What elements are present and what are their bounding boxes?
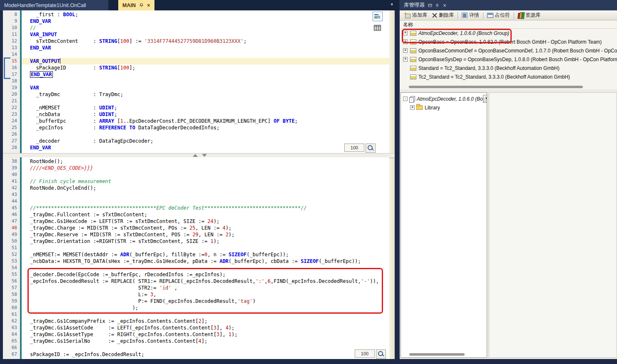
code-line[interactable]: 15VAR_OUTPUT	[3, 58, 389, 64]
window-menu-icon[interactable]	[428, 3, 432, 7]
tree-horizontal-scrollbar[interactable]	[409, 353, 465, 356]
code-line[interactable]: 47_trayDmc.Gs1HexCode := LEFT(STR := sTx…	[3, 218, 389, 225]
expand-expander[interactable]: +	[410, 105, 415, 110]
library-row[interactable]: +OpconBaseCommonDef = OpconBaseCommonDef…	[400, 46, 617, 55]
code-line[interactable]: 8 _first : BOOL;	[3, 11, 389, 18]
line-number: 64	[3, 331, 20, 338]
code-line[interactable]: 11VAR_INPUT	[3, 31, 389, 38]
line-number: 13	[3, 45, 20, 51]
tab-modehandlertemplate1unit-oncall[interactable]: ModeHandlerTemplate1Unit.OnCall	[0, 0, 108, 10]
code-line[interactable]: 68	[3, 358, 389, 359]
code-line[interactable]: 9END_VAR	[3, 18, 389, 25]
document-tab-bar: ModeHandlerTemplate1Unit.OnCall MAIN × ▾	[0, 0, 399, 10]
code-line[interactable]: 53_ncbData:= HEXSTR_TO_DATA(sHex :=_tray…	[3, 258, 389, 265]
list-horizontal-scrollbar[interactable]	[409, 86, 583, 88]
code-line[interactable]: 49_trayDmc.Reserve := MID(STR := sTxtDmc…	[3, 231, 389, 238]
close-icon[interactable]: ×	[443, 2, 446, 8]
library-dropdown-button[interactable]: ▼	[483, 95, 487, 103]
close-icon[interactable]: ×	[147, 2, 150, 8]
code-line[interactable]: 17END_VAR	[3, 71, 389, 78]
line-number: 68	[3, 358, 20, 359]
library-icon	[410, 66, 416, 71]
code-line[interactable]: 21	[3, 98, 389, 104]
implementation-pane[interactable]: 38RootNode();39////<END_OES_CODE>}}}4041…	[3, 157, 389, 359]
code-line[interactable]: 42RootNode.OnCycleEnd();	[3, 185, 389, 191]
declaration-pane[interactable]: 8 _first : BOOL;9END_VAR10//11VAR_INPUT1…	[3, 10, 389, 153]
zoom-level-declaration[interactable]: 100	[344, 144, 364, 152]
code-line[interactable]: 38RootNode();	[3, 158, 389, 165]
code-line[interactable]: 45//************************************…	[3, 205, 389, 211]
expand-expander[interactable]: +	[403, 57, 408, 62]
toolbar-button-label: 删除库	[439, 12, 454, 19]
add-library-button[interactable]: 添加库	[401, 11, 430, 20]
zoom-level-implementation[interactable]: 100	[355, 349, 375, 358]
magnifier-button[interactable]	[366, 144, 376, 153]
code-line[interactable]: 26	[3, 131, 389, 138]
toolbar-button-label: 占位符	[495, 12, 510, 19]
code-line[interactable]: 50_trayDmc.Orientation :=RIGHT(STR := sT…	[3, 238, 389, 245]
code-line[interactable]: 18	[3, 78, 389, 84]
code-line[interactable]: 64_trayDmc.Gs1AssetType := RIGHT(_epcInf…	[3, 331, 389, 338]
placeholder-button[interactable]: 占位符	[485, 11, 513, 20]
collapse-expander[interactable]: -	[403, 97, 408, 101]
code-line[interactable]: 67sPackageID := _epcInfos.DecodedResult;	[3, 351, 389, 358]
code-line[interactable]: 44	[3, 198, 389, 205]
delete-library-button[interactable]: 删除库	[430, 11, 456, 20]
code-line[interactable]: 23 _ncbData : UDINT;	[3, 111, 389, 118]
code-line[interactable]: 41// Finish cycle measurement	[3, 178, 389, 185]
expand-expander[interactable]: +	[403, 48, 408, 53]
code-line[interactable]: 22 _nMEMSET : UDINT;	[3, 104, 389, 111]
line-number: 57	[3, 285, 20, 291]
fold-bracket	[4, 57, 10, 79]
code-line[interactable]: 13END_VAR	[3, 45, 389, 51]
code-line[interactable]: 46_trayDmc.Fullcontent := sTxtDmcContent…	[3, 211, 389, 218]
code-line[interactable]: 16 sPackageID : STRING[100];	[3, 64, 389, 71]
code-line[interactable]: 10//	[3, 25, 389, 31]
pin-icon[interactable]	[435, 3, 440, 7]
column-header-name[interactable]: 名称	[400, 20, 617, 29]
tree-item-library[interactable]: + Library	[401, 103, 487, 112]
line-number: 14	[3, 51, 20, 58]
code-line[interactable]: 14	[3, 51, 389, 58]
library-tree-panel: - AtmoEpcDecoder, 1.0.6.0 (Bo ▼ + Librar…	[401, 92, 487, 358]
line-number: 47	[3, 218, 20, 225]
code-line[interactable]: 25 _epcInfos : REFERENCE TO DataTagDecod…	[3, 124, 389, 131]
code-text: _trayDmc.Reserve := MID(STR := sTxtDmcCo…	[20, 231, 389, 238]
library-row[interactable]: +OpconBaseSysDep = OpconBaseSysDep, 1.0.…	[400, 55, 617, 64]
library-row[interactable]: Tc2_Standard = Tc2_Standard, 3.3.3.0 (Be…	[400, 72, 617, 81]
editor-scrollbar[interactable]	[389, 10, 395, 359]
code-line[interactable]: 66	[3, 344, 389, 351]
magnifier-button[interactable]	[376, 349, 386, 359]
code-text: //	[20, 25, 389, 31]
line-number: 62	[3, 318, 20, 324]
code-line[interactable]: 51	[3, 245, 389, 251]
code-line[interactable]: 65_trayDmc.Gs1SerialNo := _epcInfos.Cont…	[3, 338, 389, 344]
details-button[interactable]: 详情	[459, 11, 482, 20]
tree-item-label: Library	[425, 105, 440, 111]
pin-icon[interactable]	[139, 3, 144, 7]
textual-view-button[interactable]	[373, 12, 383, 21]
tab-main[interactable]: MAIN ×	[118, 0, 154, 10]
chevron-down-icon[interactable]: ▾	[391, 2, 393, 7]
code-line[interactable]: 12 sTxtDmcContent : STRING[100] := '3314…	[3, 38, 389, 45]
tree-item-atmoepcdecoder[interactable]: - AtmoEpcDecoder, 1.0.6.0 (Bo ▼	[401, 94, 487, 103]
code-line[interactable]: 43	[3, 191, 389, 198]
code-line[interactable]: 39////<END_OES_CODE>}}}	[3, 165, 389, 171]
code-line[interactable]: 48_trayDmc.Charge := MID(STR := sTxtDmcC…	[3, 225, 389, 231]
code-line[interactable]: 27 _decoder : DataTagEpcDecoder;	[3, 138, 389, 144]
repository-button[interactable]: 资源库	[515, 11, 543, 20]
code-line[interactable]: 63_trayDmc.Gs1AssetCode := LEFT(_epcInfo…	[3, 324, 389, 331]
code-text: RootNode.OnCycleEnd();	[20, 185, 389, 191]
code-text: //**************************************…	[20, 205, 389, 211]
code-line[interactable]: 19VAR	[3, 84, 389, 91]
code-line[interactable]: 62_trayDmc.Gs1CompanyPrefix := _epcInfos…	[3, 318, 389, 324]
code-line[interactable]: 20 _trayDmc : TrayDmc;	[3, 91, 389, 98]
tabular-view-button[interactable]	[373, 23, 382, 32]
code-line[interactable]: 52_nMEMSET:= MEMSET(destAddr := ADR(_buf…	[3, 251, 389, 258]
code-line[interactable]: 24 _bufferEpc : ARRAY [1..EpcDecoderCons…	[3, 118, 389, 124]
placeholder-icon	[487, 13, 493, 18]
code-line[interactable]: 28END_VAR	[3, 144, 389, 151]
code-line[interactable]: 40	[3, 171, 389, 178]
code-text: _trayDmc.Gs1CompanyPrefix := _epcInfos.C…	[20, 318, 389, 324]
library-row[interactable]: Standard = Tc2_Standard, 3.3.3.0 (Beckho…	[400, 64, 617, 72]
